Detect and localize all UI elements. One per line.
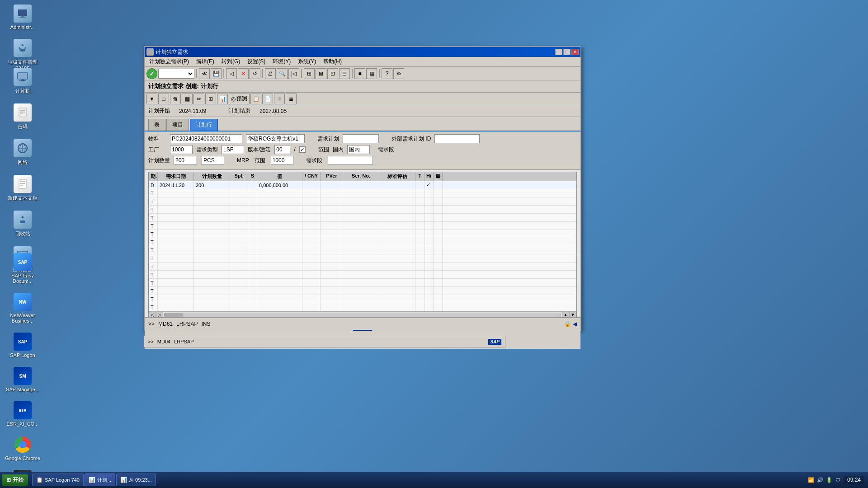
start-button[interactable]: ⊞ 开始 bbox=[2, 474, 28, 486]
menu-plan-demand[interactable]: 计划独立需求(P) bbox=[146, 57, 192, 66]
minimize-button[interactable]: _ bbox=[555, 49, 562, 55]
table-row[interactable]: T bbox=[149, 246, 576, 254]
find-btn[interactable]: 🔍 bbox=[277, 68, 288, 79]
desktop-icon-sap-easy[interactable]: SAP SAP Easy Docum... bbox=[5, 253, 41, 284]
table-row[interactable]: T bbox=[149, 222, 576, 230]
external-demand-input[interactable] bbox=[434, 134, 480, 143]
unit-input[interactable] bbox=[202, 156, 224, 165]
sap-logon-taskbar-icon: 📋 bbox=[36, 477, 43, 483]
tb22[interactable]: □ bbox=[158, 94, 169, 104]
titlebar-title: 计划独立需求 bbox=[146, 48, 188, 56]
tb26[interactable]: ⊞ bbox=[205, 94, 216, 104]
menu-goto[interactable]: 转到(G) bbox=[219, 57, 243, 66]
tb31[interactable]: ≣ bbox=[286, 94, 297, 104]
desktop-icon-netweaver[interactable]: NW NetWeaver Busines... bbox=[5, 293, 41, 324]
version-checkbox[interactable]: ✓ bbox=[299, 146, 306, 153]
table-hscrollbar[interactable]: ◁ ▷ ▲ ▼ bbox=[149, 311, 576, 318]
tb8[interactable]: ⊠ bbox=[316, 68, 326, 79]
newdoc-label: 新建文本文档 bbox=[8, 195, 38, 202]
scroll-track[interactable] bbox=[164, 313, 561, 317]
tb9[interactable]: ⊡ bbox=[327, 68, 338, 79]
table-row[interactable]: T bbox=[149, 254, 576, 263]
taskbar-btn-plan1[interactable]: 📊 计划... bbox=[85, 474, 115, 486]
desktop-icon-sap-manager[interactable]: SM SAP Manage... bbox=[5, 367, 41, 392]
material-code-input[interactable] bbox=[170, 134, 242, 143]
plan2-taskbar-icon: 📊 bbox=[120, 477, 127, 483]
tab-table[interactable]: 表 bbox=[148, 119, 165, 131]
table-row[interactable]: T bbox=[149, 238, 576, 246]
table-row[interactable]: T bbox=[149, 279, 576, 287]
tab-planline[interactable]: 计划行 bbox=[190, 119, 218, 131]
tb7[interactable]: ⊞ bbox=[304, 68, 315, 79]
tb11[interactable]: ■ bbox=[354, 68, 365, 79]
restore-button[interactable]: □ bbox=[563, 49, 571, 55]
forecast-btn[interactable]: ◎ 预测 bbox=[229, 94, 250, 104]
table-row[interactable]: T bbox=[149, 206, 576, 214]
cell-hi: ✓ bbox=[425, 181, 434, 189]
mrp-input[interactable] bbox=[347, 145, 370, 154]
refresh-btn[interactable]: ↺ bbox=[250, 68, 260, 79]
tb25[interactable]: ✏ bbox=[193, 94, 204, 104]
desktop-icon-密码[interactable]: 密码 bbox=[5, 103, 41, 130]
mrp-area-input2[interactable] bbox=[271, 156, 293, 165]
back-btn[interactable]: ≪ bbox=[199, 68, 210, 79]
tb30[interactable]: ≡ bbox=[274, 94, 285, 104]
tb24[interactable]: ▦ bbox=[182, 94, 193, 104]
table-row[interactable]: T bbox=[149, 303, 576, 311]
cell-type: T bbox=[149, 214, 158, 221]
plan1-taskbar-label: 计划... bbox=[97, 477, 111, 483]
desktop-icon-chrome[interactable]: Google Chrome bbox=[5, 436, 41, 461]
menu-edit[interactable]: 编辑(E) bbox=[193, 57, 217, 66]
execute-button[interactable]: ✓ bbox=[146, 68, 157, 79]
desktop-icon-computer[interactable]: 计算机 bbox=[5, 68, 41, 94]
desktop-icon-network[interactable]: 网络 bbox=[5, 139, 41, 166]
help-btn[interactable]: ? bbox=[382, 68, 392, 79]
plan-qty-input[interactable] bbox=[174, 156, 196, 165]
first-btn[interactable]: |◁ bbox=[288, 68, 299, 79]
col-s-header: S bbox=[248, 172, 257, 181]
table-row[interactable]: T bbox=[149, 214, 576, 222]
menu-help[interactable]: 帮助(H) bbox=[321, 57, 344, 66]
table-row[interactable]: T bbox=[149, 189, 576, 197]
sap-status-bar: >> MD61 LRPSAP INS 🔒 ◀ bbox=[145, 317, 580, 330]
table-row[interactable]: T bbox=[149, 287, 576, 295]
menu-system[interactable]: 系统(Y) bbox=[295, 57, 319, 66]
material-name-input[interactable] bbox=[246, 134, 305, 143]
save-btn[interactable]: 💾 bbox=[211, 68, 222, 79]
table-row[interactable]: T bbox=[149, 295, 576, 303]
table-row[interactable]: T bbox=[149, 230, 576, 238]
tb29[interactable]: 📄 bbox=[262, 94, 273, 104]
desktop-icon-esr[interactable]: ESR ESR_XI_CO... bbox=[5, 401, 41, 427]
stop-btn[interactable]: ✕ bbox=[238, 68, 249, 79]
demand-seg-input[interactable] bbox=[328, 156, 373, 165]
tb21[interactable]: ▼ bbox=[146, 94, 157, 104]
desktop-icon-recycle2[interactable]: 回收站 bbox=[5, 211, 41, 237]
table-row[interactable]: D 2024.11.20 200 8,000,000.00 ✓ bbox=[149, 181, 576, 189]
desktop-icon-admin[interactable]: Administr... bbox=[5, 5, 41, 30]
tb28[interactable]: 📋 bbox=[250, 94, 261, 104]
prev-btn[interactable]: ◁ bbox=[226, 68, 237, 79]
version-input[interactable] bbox=[274, 145, 290, 154]
cell-std bbox=[379, 181, 415, 189]
table-row[interactable]: T bbox=[149, 271, 576, 279]
menu-settings[interactable]: 设置(S) bbox=[245, 57, 268, 66]
command-combo[interactable] bbox=[158, 69, 194, 79]
print-btn[interactable]: 🖨 bbox=[265, 68, 276, 79]
desktop-icon-newdoc[interactable]: 新建文本文档 bbox=[5, 175, 41, 202]
close-button[interactable]: ✕ bbox=[571, 49, 579, 55]
tb27[interactable]: 📊 bbox=[217, 94, 228, 104]
plant-input[interactable] bbox=[170, 145, 193, 154]
demand-type-input[interactable] bbox=[222, 145, 244, 154]
table-row[interactable]: T bbox=[149, 197, 576, 206]
settings-btn[interactable]: ⚙ bbox=[393, 68, 404, 79]
taskbar-btn-sap-logon[interactable]: 📋 SAP Logon 740 bbox=[32, 474, 84, 486]
demand-plan-input[interactable] bbox=[343, 134, 379, 143]
tab-project[interactable]: 项目 bbox=[166, 119, 189, 131]
tb23[interactable]: 🗑 bbox=[170, 94, 181, 104]
tb12[interactable]: ▩ bbox=[366, 68, 377, 79]
tb10[interactable]: ⊟ bbox=[339, 68, 350, 79]
table-row[interactable]: T bbox=[149, 263, 576, 271]
taskbar-btn-plan2[interactable]: 📊 从 09:23... bbox=[116, 474, 156, 486]
desktop-icon-sap-logon[interactable]: SAP SAP Logon bbox=[5, 333, 41, 358]
menu-env[interactable]: 环境(Y) bbox=[270, 57, 293, 66]
